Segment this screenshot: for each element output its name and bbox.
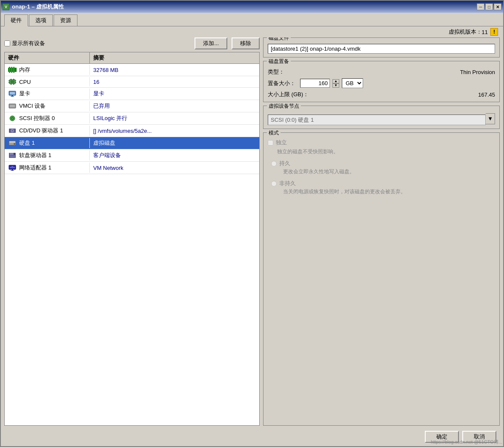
scsi-icon: [8, 115, 17, 122]
nonpersistent-radio[interactable]: [271, 181, 277, 186]
hw-name-display: 显卡: [5, 89, 90, 99]
size-up-button[interactable]: ▲: [332, 79, 339, 83]
hw-name-scsi: SCSI 控制器 0: [5, 113, 90, 123]
window-controls: ─ □ ✕: [477, 3, 501, 10]
hardware-table: 硬件 摘要 内存 32768 MB: [4, 52, 260, 426]
svg-rect-32: [10, 155, 15, 158]
network-icon: [8, 164, 17, 171]
display-icon: [8, 90, 17, 97]
hw-summary-network: VM Network: [90, 163, 259, 172]
svg-rect-2: [11, 67, 12, 73]
disk-file-group-title: 磁盘文件: [267, 37, 291, 42]
max-size-label: 大小上限 (GB)：: [268, 91, 478, 98]
provision-group-title: 磁盘置备: [267, 58, 291, 65]
add-button[interactable]: 添加...: [195, 37, 227, 49]
close-button[interactable]: ✕: [494, 3, 501, 10]
hw-name-cddvd: CD/DVD 驱动器 1: [5, 126, 90, 136]
window-title: onap-1 – 虚拟机属性: [12, 3, 477, 11]
app-icon: V: [3, 3, 9, 10]
hw-name-vmci: VMCI 设备: [5, 101, 90, 111]
disk-file-group: 磁盘文件: [263, 37, 500, 57]
hw-summary-cddvd: [] /vmfs/volumes/5a2e...: [90, 126, 259, 135]
table-row[interactable]: 硬盘 1 虚拟磁盘: [5, 137, 259, 149]
svg-rect-8: [13, 83, 14, 85]
vm-version-bar: 虚拟机版本： 11 !: [1, 26, 503, 37]
size-label: 置备大小：: [268, 80, 298, 87]
table-row[interactable]: VMCI 设备 已弃用: [5, 100, 259, 112]
minimize-button[interactable]: ─: [477, 3, 484, 10]
svg-rect-38: [11, 170, 14, 171]
svg-rect-17: [11, 96, 14, 97]
nonpersistent-label: 非持久: [279, 180, 296, 187]
vmci-icon: [8, 103, 17, 109]
vnode-input: [268, 115, 486, 125]
hw-name-hdd: 硬盘 1: [5, 138, 90, 148]
size-unit-select[interactable]: GB MB TB: [342, 78, 363, 88]
tab-options[interactable]: 选项: [29, 14, 53, 26]
type-value: Thin Provision: [298, 69, 495, 75]
size-down-button[interactable]: ▼: [332, 83, 339, 88]
remove-button[interactable]: 移除: [232, 37, 260, 49]
svg-point-28: [14, 143, 15, 145]
vm-version-label: 虚拟机版本：: [449, 28, 482, 36]
independent-checkbox[interactable]: [268, 140, 273, 146]
vnode-group-title: 虚拟设备节点: [267, 103, 301, 110]
svg-rect-5: [11, 79, 11, 80]
svg-rect-31: [14, 153, 15, 155]
memory-icon: [8, 66, 17, 73]
titlebar: V onap-1 – 虚拟机属性 ─ □ ✕: [1, 1, 503, 13]
nonpersistent-desc: 当关闭电源或恢复快照时，对该磁盘的更改会被丢弃。: [283, 188, 495, 195]
watermark: https://blog.csdn.net @51CTO博...: [431, 439, 502, 445]
table-row[interactable]: 网络适配器 1 VM Network: [5, 162, 259, 174]
svg-rect-12: [15, 82, 16, 83]
persistent-radio[interactable]: [271, 161, 277, 166]
floppy-icon: [8, 152, 17, 159]
svg-rect-35: [11, 166, 13, 168]
disk-file-input[interactable]: [268, 44, 495, 54]
persistent-row: 持久: [271, 160, 495, 167]
svg-rect-11: [15, 80, 16, 81]
right-panel: 磁盘文件 磁盘置备 类型： Thin Provision 置备大小： ▲ ▼: [263, 37, 500, 426]
footer: 确定 取消: [1, 427, 503, 446]
svg-rect-16: [11, 95, 13, 96]
svg-rect-1: [9, 67, 10, 73]
hw-summary-hdd: 虚拟磁盘: [90, 138, 259, 148]
tab-hardware[interactable]: 硬件: [4, 14, 28, 26]
svg-rect-30: [10, 153, 14, 155]
svg-point-22: [12, 118, 13, 119]
show-all-label[interactable]: 显示所有设备: [4, 40, 45, 47]
vnode-group: 虚拟设备节点 ▼: [263, 106, 500, 129]
cpu-icon: [8, 78, 17, 85]
table-row[interactable]: CD/DVD 驱动器 1 [] /vmfs/volumes/5a2e...: [5, 125, 259, 137]
tab-resources[interactable]: 资源: [54, 14, 77, 26]
restore-button[interactable]: □: [485, 3, 493, 10]
table-row[interactable]: SCSI 控制器 0 LSILogic 并行: [5, 112, 259, 125]
hw-name-cpu: CPU: [5, 77, 90, 86]
table-row[interactable]: 显卡 显卡: [5, 88, 259, 100]
table-row[interactable]: 软盘驱动器 1 客户端设备: [5, 149, 259, 162]
independent-desc: 独立的磁盘不受快照影响。: [277, 148, 495, 155]
table-row[interactable]: CPU 16: [5, 76, 259, 88]
hw-name-floppy: 软盘驱动器 1: [5, 150, 90, 160]
nonpersistent-row: 非持久: [271, 180, 495, 187]
hw-name-memory: 内存: [5, 65, 90, 75]
col-hardware: 硬件: [5, 52, 90, 63]
independent-label: 独立: [276, 139, 287, 146]
vm-version-value: 11: [482, 29, 488, 35]
svg-rect-7: [11, 83, 11, 85]
vnode-dropdown-btn[interactable]: ▼: [486, 113, 495, 124]
persistent-desc: 更改会立即永久性地写入磁盘。: [283, 168, 495, 175]
size-input[interactable]: [300, 79, 330, 88]
svg-point-25: [12, 130, 13, 132]
svg-rect-27: [9, 141, 15, 143]
type-row: 类型： Thin Provision: [268, 68, 495, 76]
size-row: 置备大小： ▲ ▼ GB MB TB: [268, 78, 495, 88]
table-row[interactable]: 内存 32768 MB: [5, 64, 259, 76]
independent-row: 独立: [268, 139, 495, 146]
show-all-checkbox[interactable]: [4, 40, 10, 46]
show-all-text: 显示所有设备: [12, 40, 45, 47]
hw-summary-cpu: 16: [90, 77, 259, 86]
svg-rect-34: [10, 167, 11, 168]
svg-rect-10: [9, 82, 10, 83]
warning-icon: !: [490, 28, 498, 36]
